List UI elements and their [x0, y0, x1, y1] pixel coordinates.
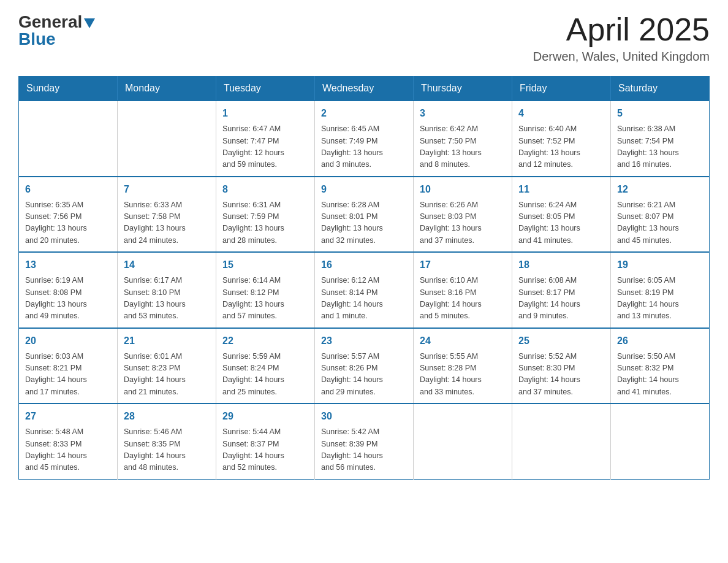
calendar-day-1: 1Sunrise: 6:47 AM Sunset: 7:47 PM Daylig…: [216, 101, 315, 177]
calendar-header-tuesday: Tuesday: [216, 77, 315, 101]
day-info: Sunrise: 5:46 AM Sunset: 8:35 PM Dayligh…: [124, 426, 210, 474]
day-number: 26: [617, 334, 703, 348]
calendar-header-friday: Friday: [512, 77, 611, 101]
calendar-day-28: 28Sunrise: 5:46 AM Sunset: 8:35 PM Dayli…: [118, 404, 216, 479]
day-number: 2: [321, 106, 407, 121]
day-info: Sunrise: 6:28 AM Sunset: 8:01 PM Dayligh…: [321, 199, 407, 247]
day-number: 28: [124, 409, 210, 424]
calendar-day-15: 15Sunrise: 6:14 AM Sunset: 8:12 PM Dayli…: [216, 252, 315, 328]
calendar-header-saturday: Saturday: [611, 77, 710, 101]
day-info: Sunrise: 6:19 AM Sunset: 8:08 PM Dayligh…: [25, 275, 111, 323]
day-number: 14: [124, 258, 210, 272]
day-info: Sunrise: 6:35 AM Sunset: 7:56 PM Dayligh…: [25, 199, 111, 247]
calendar-day-4: 4Sunrise: 6:40 AM Sunset: 7:52 PM Daylig…: [512, 101, 611, 177]
day-info: Sunrise: 6:08 AM Sunset: 8:17 PM Dayligh…: [518, 275, 604, 323]
calendar-day-7: 7Sunrise: 6:33 AM Sunset: 7:58 PM Daylig…: [118, 177, 216, 253]
day-info: Sunrise: 6:01 AM Sunset: 8:23 PM Dayligh…: [124, 351, 210, 399]
day-number: 17: [420, 258, 506, 272]
page-header: General Blue April 2025 Derwen, Wales, U…: [18, 12, 710, 64]
day-info: Sunrise: 6:21 AM Sunset: 8:07 PM Dayligh…: [617, 199, 703, 247]
day-number: 5: [617, 106, 703, 121]
calendar-header-monday: Monday: [118, 77, 216, 101]
day-info: Sunrise: 5:52 AM Sunset: 8:30 PM Dayligh…: [518, 351, 604, 399]
calendar-day-17: 17Sunrise: 6:10 AM Sunset: 8:16 PM Dayli…: [414, 252, 512, 328]
logo-blue: Blue: [18, 29, 56, 48]
calendar-day-21: 21Sunrise: 6:01 AM Sunset: 8:23 PM Dayli…: [118, 328, 216, 404]
day-number: 29: [222, 409, 308, 424]
calendar-header-thursday: Thursday: [414, 77, 512, 101]
calendar-day-5: 5Sunrise: 6:38 AM Sunset: 7:54 PM Daylig…: [611, 101, 710, 177]
location: Derwen, Wales, United Kingdom: [533, 50, 710, 64]
day-number: 3: [420, 106, 506, 121]
day-info: Sunrise: 6:38 AM Sunset: 7:54 PM Dayligh…: [617, 123, 703, 171]
day-number: 4: [518, 106, 604, 121]
calendar-day-23: 23Sunrise: 5:57 AM Sunset: 8:26 PM Dayli…: [315, 328, 414, 404]
day-number: 18: [518, 258, 604, 272]
day-number: 7: [124, 182, 210, 197]
calendar-day-empty: [414, 404, 512, 479]
calendar-header-sunday: Sunday: [19, 77, 118, 101]
day-number: 1: [222, 106, 308, 121]
logo: General Blue: [18, 12, 95, 49]
day-number: 13: [25, 258, 111, 272]
day-number: 24: [420, 334, 506, 348]
calendar-day-22: 22Sunrise: 5:59 AM Sunset: 8:24 PM Dayli…: [216, 328, 315, 404]
day-number: 10: [420, 182, 506, 197]
calendar-day-9: 9Sunrise: 6:28 AM Sunset: 8:01 PM Daylig…: [315, 177, 414, 253]
calendar-day-25: 25Sunrise: 5:52 AM Sunset: 8:30 PM Dayli…: [512, 328, 611, 404]
calendar-day-3: 3Sunrise: 6:42 AM Sunset: 7:50 PM Daylig…: [414, 101, 512, 177]
day-info: Sunrise: 5:42 AM Sunset: 8:39 PM Dayligh…: [321, 426, 407, 474]
day-number: 16: [321, 258, 407, 272]
day-info: Sunrise: 6:45 AM Sunset: 7:49 PM Dayligh…: [321, 123, 407, 171]
calendar-day-30: 30Sunrise: 5:42 AM Sunset: 8:39 PM Dayli…: [315, 404, 414, 479]
day-info: Sunrise: 5:44 AM Sunset: 8:37 PM Dayligh…: [222, 426, 308, 474]
calendar-header-wednesday: Wednesday: [315, 77, 414, 101]
day-info: Sunrise: 5:59 AM Sunset: 8:24 PM Dayligh…: [222, 351, 308, 399]
day-number: 15: [222, 258, 308, 272]
day-info: Sunrise: 6:31 AM Sunset: 7:59 PM Dayligh…: [222, 199, 308, 247]
day-info: Sunrise: 6:40 AM Sunset: 7:52 PM Dayligh…: [518, 123, 604, 171]
day-info: Sunrise: 6:03 AM Sunset: 8:21 PM Dayligh…: [25, 351, 111, 399]
calendar-week-row: 27Sunrise: 5:48 AM Sunset: 8:33 PM Dayli…: [19, 404, 710, 479]
calendar-day-16: 16Sunrise: 6:12 AM Sunset: 8:14 PM Dayli…: [315, 252, 414, 328]
day-info: Sunrise: 6:42 AM Sunset: 7:50 PM Dayligh…: [420, 123, 506, 171]
day-info: Sunrise: 5:50 AM Sunset: 8:32 PM Dayligh…: [617, 351, 703, 399]
day-number: 30: [321, 409, 407, 424]
calendar-day-empty: [611, 404, 710, 479]
day-info: Sunrise: 5:55 AM Sunset: 8:28 PM Dayligh…: [420, 351, 506, 399]
calendar-day-20: 20Sunrise: 6:03 AM Sunset: 8:21 PM Dayli…: [19, 328, 118, 404]
calendar-week-row: 13Sunrise: 6:19 AM Sunset: 8:08 PM Dayli…: [19, 252, 710, 328]
calendar-day-26: 26Sunrise: 5:50 AM Sunset: 8:32 PM Dayli…: [611, 328, 710, 404]
calendar-day-18: 18Sunrise: 6:08 AM Sunset: 8:17 PM Dayli…: [512, 252, 611, 328]
calendar-week-row: 1Sunrise: 6:47 AM Sunset: 7:47 PM Daylig…: [19, 101, 710, 177]
month-title: April 2025: [533, 12, 710, 47]
calendar-week-row: 20Sunrise: 6:03 AM Sunset: 8:21 PM Dayli…: [19, 328, 710, 404]
day-info: Sunrise: 5:48 AM Sunset: 8:33 PM Dayligh…: [25, 426, 111, 474]
calendar-day-2: 2Sunrise: 6:45 AM Sunset: 7:49 PM Daylig…: [315, 101, 414, 177]
title-section: April 2025 Derwen, Wales, United Kingdom: [533, 12, 710, 64]
day-info: Sunrise: 6:12 AM Sunset: 8:14 PM Dayligh…: [321, 275, 407, 323]
day-info: Sunrise: 6:17 AM Sunset: 8:10 PM Dayligh…: [124, 275, 210, 323]
day-info: Sunrise: 5:57 AM Sunset: 8:26 PM Dayligh…: [321, 351, 407, 399]
calendar-day-empty: [512, 404, 611, 479]
calendar-day-8: 8Sunrise: 6:31 AM Sunset: 7:59 PM Daylig…: [216, 177, 315, 253]
calendar-day-6: 6Sunrise: 6:35 AM Sunset: 7:56 PM Daylig…: [19, 177, 118, 253]
day-info: Sunrise: 6:24 AM Sunset: 8:05 PM Dayligh…: [518, 199, 604, 247]
calendar-day-29: 29Sunrise: 5:44 AM Sunset: 8:37 PM Dayli…: [216, 404, 315, 479]
day-info: Sunrise: 6:47 AM Sunset: 7:47 PM Dayligh…: [222, 123, 308, 171]
calendar-day-11: 11Sunrise: 6:24 AM Sunset: 8:05 PM Dayli…: [512, 177, 611, 253]
day-info: Sunrise: 6:26 AM Sunset: 8:03 PM Dayligh…: [420, 199, 506, 247]
day-number: 19: [617, 258, 703, 272]
calendar-day-empty: [118, 101, 216, 177]
calendar-day-24: 24Sunrise: 5:55 AM Sunset: 8:28 PM Dayli…: [414, 328, 512, 404]
calendar-day-13: 13Sunrise: 6:19 AM Sunset: 8:08 PM Dayli…: [19, 252, 118, 328]
logo-arrow-icon: [84, 18, 95, 28]
day-number: 9: [321, 182, 407, 197]
day-number: 21: [124, 334, 210, 348]
day-number: 20: [25, 334, 111, 348]
day-number: 8: [222, 182, 308, 197]
day-number: 27: [25, 409, 111, 424]
calendar-day-empty: [19, 101, 118, 177]
day-number: 6: [25, 182, 111, 197]
day-number: 25: [518, 334, 604, 348]
